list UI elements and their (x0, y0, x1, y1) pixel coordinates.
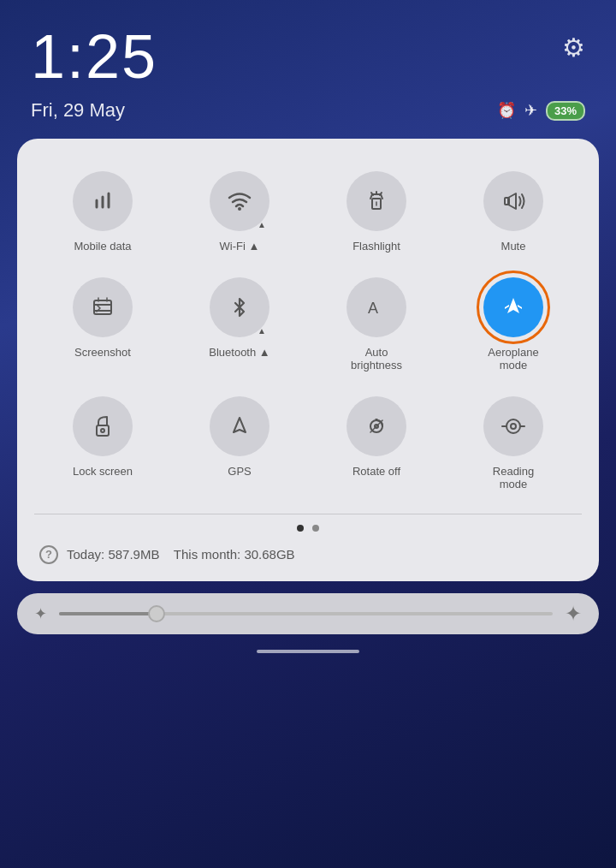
tile-mobile-data-label: Mobile data (74, 240, 131, 253)
tile-lock-screen-label: Lock screen (73, 465, 133, 479)
status-icons: ⏰ ✈ 33% (497, 101, 585, 121)
svg-point-3 (238, 207, 241, 211)
tile-aeroplane-label: Aeroplane mode (479, 346, 548, 372)
home-bar-line[interactable] (257, 650, 359, 653)
tile-mobile-data[interactable]: Mobile data (34, 159, 171, 262)
tile-lock-screen[interactable]: Lock screen (34, 384, 171, 500)
tile-reading-mode[interactable]: Reading mode (445, 384, 582, 500)
date-display: Fri, 29 May (31, 99, 125, 122)
panel-divider (34, 514, 582, 514)
lock-screen-icon (90, 413, 116, 439)
tile-gps-label: GPS (228, 465, 251, 479)
reading-mode-icon (500, 413, 526, 439)
brightness-min-icon: ✦ (34, 604, 47, 623)
wifi-badge: ▲ (258, 220, 266, 229)
bluetooth-icon (227, 294, 252, 320)
auto-brightness-icon-circle: A (346, 277, 406, 337)
wifi-icon (227, 188, 252, 214)
today-label: Today: (67, 547, 104, 562)
tile-auto-brightness[interactable]: A Auto brightness (308, 265, 445, 381)
tile-bluetooth-label: Bluetooth ▲ (209, 346, 270, 360)
battery-level: 33 (554, 104, 566, 117)
brightness-bar[interactable]: ✦ ✦ (17, 593, 599, 634)
tile-mute[interactable]: Mute (445, 159, 582, 262)
battery-indicator: 33% (546, 101, 585, 121)
svg-point-20 (511, 424, 516, 429)
svg-point-19 (506, 419, 520, 433)
mobile-data-icon (90, 188, 116, 214)
aeroplane-ring (477, 271, 550, 344)
tile-wifi[interactable]: ▲ Wi-Fi ▲ (171, 159, 308, 262)
auto-brightness-icon: A (364, 294, 389, 320)
tile-flashlight[interactable]: Flashlight (308, 159, 445, 262)
pagination-dot-1 (297, 525, 304, 532)
reading-mode-icon-circle (483, 396, 543, 456)
wifi-icon-circle: ▲ (210, 171, 270, 231)
quick-settings-panel: Mobile data ▲ Wi-Fi ▲ (17, 139, 599, 581)
rotate-icon-circle (346, 396, 406, 456)
svg-text:A: A (368, 300, 378, 317)
flashlight-icon-circle (346, 171, 406, 231)
flashlight-icon (364, 188, 389, 214)
bluetooth-icon-circle: ▲ (210, 277, 270, 337)
tile-wifi-label: Wi-Fi ▲ (220, 240, 260, 253)
mobile-data-icon-circle (73, 171, 133, 231)
data-usage-bar: ? Today: 587.9MB This month: 30.68GB (34, 545, 582, 564)
tile-grid: Mobile data ▲ Wi-Fi ▲ (34, 159, 582, 500)
tile-bluetooth[interactable]: ▲ Bluetooth ▲ (171, 265, 308, 381)
today-value: 587.9MB (108, 547, 159, 562)
rotate-icon (364, 413, 389, 439)
lock-screen-icon-circle (73, 396, 133, 456)
svg-rect-9 (505, 198, 509, 205)
brightness-thumb[interactable] (148, 605, 165, 622)
svg-point-15 (101, 429, 104, 432)
tile-mute-label: Mute (501, 240, 526, 253)
brightness-max-icon: ✦ (565, 602, 582, 626)
alarm-icon: ⏰ (497, 101, 516, 120)
tile-reading-mode-label: Reading mode (479, 465, 548, 491)
clock-time: 1:25 (31, 26, 157, 87)
month-label: This month: (174, 547, 240, 562)
pagination-dots (34, 525, 582, 532)
data-usage-text: Today: 587.9MB This month: 30.68GB (67, 547, 295, 562)
data-help-icon[interactable]: ? (39, 545, 58, 564)
tile-screenshot-label: Screenshot (74, 346, 131, 360)
aeroplane-icon-circle (483, 277, 543, 337)
svg-rect-14 (97, 425, 109, 436)
mute-icon (500, 188, 526, 214)
status-bar: 1:25 ⚙ (0, 0, 616, 96)
tile-screenshot[interactable]: Screenshot (34, 265, 171, 381)
screenshot-icon-circle (73, 277, 133, 337)
brightness-track[interactable] (59, 612, 553, 615)
airplane-status-icon: ✈ (524, 101, 537, 120)
gps-icon (227, 413, 252, 439)
tile-aeroplane-mode[interactable]: Aeroplane mode (445, 265, 582, 381)
tile-gps[interactable]: GPS (171, 384, 308, 500)
brightness-fill (59, 612, 157, 615)
home-bar (0, 634, 616, 663)
tile-rotate-label: Rotate off (352, 465, 400, 479)
bluetooth-badge: ▲ (258, 326, 266, 336)
screenshot-icon (90, 294, 116, 320)
date-bar: Fri, 29 May ⏰ ✈ 33% (0, 96, 616, 139)
month-value: 30.68GB (244, 547, 294, 562)
tile-rotate-off[interactable]: Rotate off (308, 384, 445, 500)
tile-auto-brightness-label: Auto brightness (342, 346, 411, 372)
pagination-dot-2 (312, 525, 319, 532)
mute-icon-circle (483, 171, 543, 231)
gps-icon-circle (210, 396, 270, 456)
tile-flashlight-label: Flashlight (352, 240, 400, 253)
settings-icon[interactable]: ⚙ (562, 33, 585, 62)
